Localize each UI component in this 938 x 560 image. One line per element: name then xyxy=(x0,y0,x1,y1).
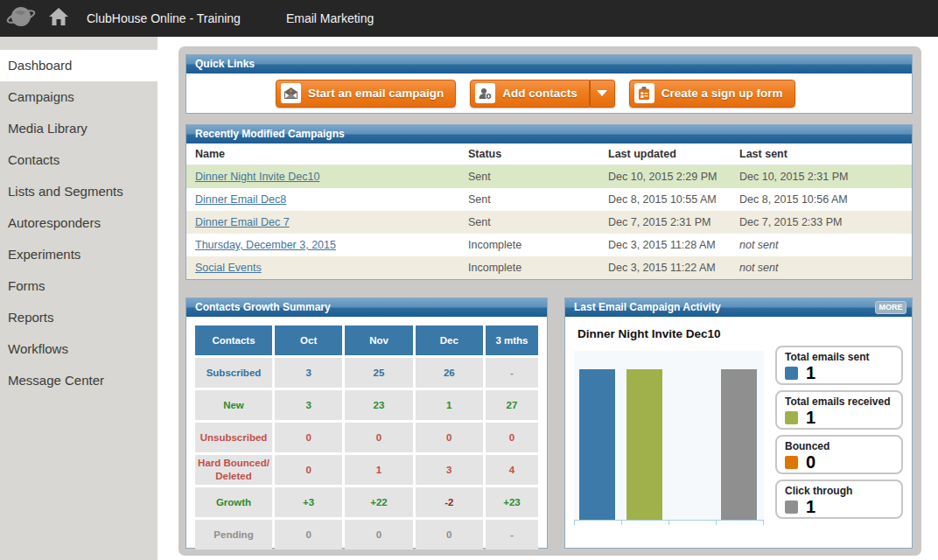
sidebar-item-forms[interactable]: Forms xyxy=(0,270,158,302)
create-signup-form-label: Create a sign up form xyxy=(662,87,783,100)
campaign-link[interactable]: Dinner Email Dec8 xyxy=(195,193,286,206)
cell-value: 0 xyxy=(275,520,342,550)
bar-click-through xyxy=(721,369,757,520)
cell-value: 0 xyxy=(486,423,538,452)
cell-value: 1 xyxy=(345,455,412,485)
content-wrapper: Quick Links Start an email campaign xyxy=(178,46,921,556)
create-signup-form-button[interactable]: Create a sign up form xyxy=(629,80,795,108)
cell-value: 0 xyxy=(345,423,412,452)
chart-x-axis xyxy=(574,520,764,525)
campaign-last-sent: Dec 8, 2015 10:56 AM xyxy=(739,193,912,206)
campaign-last-sent: Dec 7, 2015 2:33 PM xyxy=(739,216,912,228)
sidebar-item-lists-and-segments[interactable]: Lists and Segments xyxy=(0,176,158,207)
sidebar-item-media-library[interactable]: Media Library xyxy=(0,113,158,144)
campaigns-header: Recently Modified Campaigns xyxy=(186,125,912,144)
growth-row-growth: Growth +3 +22 -2 +23 xyxy=(195,487,538,517)
cell-value: 3 xyxy=(416,455,483,485)
topbar-section-email-marketing[interactable]: Email Marketing xyxy=(286,11,374,25)
column-header-oct: Oct xyxy=(275,326,342,355)
legend-swatch-green xyxy=(785,411,798,424)
campaign-status: Incomplete xyxy=(468,262,608,274)
signup-form-icon xyxy=(634,83,654,103)
sidebar-item-workflows[interactable]: Workflows xyxy=(0,333,158,365)
campaign-last-updated: Dec 7, 2015 2:31 PM xyxy=(608,216,739,228)
add-contacts-dropdown-arrow[interactable] xyxy=(590,80,615,108)
column-header-3mths: 3 mths xyxy=(486,326,538,355)
top-bar: ClubHouse Online - Training Email Market… xyxy=(0,0,938,37)
table-row: Dinner Email Dec8 Sent Dec 8, 2015 10:55… xyxy=(186,188,912,211)
add-contacts-label: Add contacts xyxy=(502,87,578,100)
campaign-last-sent: not sent xyxy=(739,262,912,274)
email-campaign-icon xyxy=(281,83,301,103)
table-row: Thursday, December 3, 2015 Incomplete De… xyxy=(186,234,912,256)
growth-table: Contacts Oct Nov Dec 3 mths Subscribed 3… xyxy=(186,317,547,560)
bar-chart xyxy=(574,351,764,520)
bar-total-emails-received xyxy=(626,369,662,520)
sidebar-item-contacts[interactable]: Contacts xyxy=(0,144,158,176)
campaign-last-updated: Dec 8, 2015 10:55 AM xyxy=(608,193,739,206)
cell-value: +22 xyxy=(345,487,412,517)
sidebar-item-reports[interactable]: Reports xyxy=(0,302,158,333)
legend-value: 0 xyxy=(806,453,816,471)
campaign-status: Sent xyxy=(468,216,608,228)
campaign-link[interactable]: Dinner Night Invite Dec10 xyxy=(195,171,319,183)
quick-links-body: Start an email campaign Add contacts xyxy=(186,74,912,113)
add-contacts-button[interactable]: Add contacts xyxy=(470,80,590,108)
campaigns-table-header: Name Status Last updated Last sent xyxy=(186,144,912,165)
activity-campaign-name: Dinner Night Invite Dec10 xyxy=(578,327,721,340)
row-label: Growth xyxy=(195,487,272,517)
campaign-status: Sent xyxy=(468,171,608,183)
sidebar-item-experiments[interactable]: Experiments xyxy=(0,239,158,270)
recently-modified-campaigns-panel: Recently Modified Campaigns Name Status … xyxy=(186,124,913,280)
add-contacts-split-button: Add contacts xyxy=(470,80,615,108)
start-email-campaign-button[interactable]: Start an email campaign xyxy=(276,80,456,108)
cell-value: 0 xyxy=(416,520,483,550)
chevron-down-icon xyxy=(597,90,607,96)
cell-value: 25 xyxy=(345,358,412,388)
legend-value: 1 xyxy=(806,409,816,426)
app-title: ClubHouse Online - Training xyxy=(87,11,241,25)
legend-swatch-gray xyxy=(785,500,798,514)
row-label: Pending xyxy=(195,520,272,550)
campaign-link[interactable]: Social Events xyxy=(195,262,262,274)
cell-value: 27 xyxy=(486,390,538,420)
more-button[interactable]: MORE xyxy=(875,301,906,314)
campaign-link[interactable]: Dinner Email Dec 7 xyxy=(195,216,290,228)
campaign-last-updated: Dec 3, 2015 11:28 AM xyxy=(608,239,739,251)
legend-label: Total emails received xyxy=(785,396,893,408)
cell-value: 0 xyxy=(275,423,342,452)
campaign-last-sent: not sent xyxy=(739,239,912,251)
add-contact-icon xyxy=(475,83,495,103)
campaign-last-updated: Dec 10, 2015 2:29 PM xyxy=(608,171,739,183)
cell-value: 3 xyxy=(275,358,342,388)
cell-value: 4 xyxy=(486,455,538,485)
sidebar-item-autoresponders[interactable]: Autoresponders xyxy=(0,207,158,239)
cell-value: 3 xyxy=(275,390,342,420)
legend-label: Bounced xyxy=(785,440,893,452)
column-header-contacts: Contacts xyxy=(195,326,272,355)
legend-click-through: Click through 1 xyxy=(775,480,903,519)
legend-total-emails-received: Total emails received 1 xyxy=(775,390,903,430)
last-email-campaign-activity-panel: Last Email Campaign Activity MORE Dinner… xyxy=(564,298,913,549)
row-label: Unsubscribed xyxy=(195,423,272,452)
sidebar-item-dashboard[interactable]: Dashboard xyxy=(0,50,158,81)
activity-header: Last Email Campaign Activity MORE xyxy=(565,298,912,317)
cell-value: +23 xyxy=(486,487,538,517)
growth-table-header: Contacts Oct Nov Dec 3 mths xyxy=(195,326,538,355)
table-row: Dinner Night Invite Dec10 Sent Dec 10, 2… xyxy=(186,165,912,188)
table-row: Social Events Incomplete Dec 3, 2015 11:… xyxy=(186,256,912,279)
sidebar-item-message-center[interactable]: Message Center xyxy=(0,365,158,396)
growth-row-new: New 3 23 1 27 xyxy=(195,390,538,420)
column-header-dec: Dec xyxy=(416,326,483,355)
legend-total-emails-sent: Total emails sent 1 xyxy=(775,346,903,385)
quick-links-header: Quick Links xyxy=(186,55,912,74)
cell-value: 0 xyxy=(345,520,412,550)
legend-swatch-orange xyxy=(785,456,798,469)
home-icon[interactable] xyxy=(48,7,69,30)
sidebar-item-campaigns[interactable]: Campaigns xyxy=(0,81,158,113)
sidebar-nav: Dashboard Campaigns Media Library Contac… xyxy=(0,37,158,560)
column-header-nov: Nov xyxy=(345,326,412,355)
campaign-link[interactable]: Thursday, December 3, 2015 xyxy=(195,239,336,251)
legend-label: Total emails sent xyxy=(785,351,893,363)
growth-row-hard-bounced: Hard Bounced/ Deleted 0 1 3 4 xyxy=(195,455,538,485)
